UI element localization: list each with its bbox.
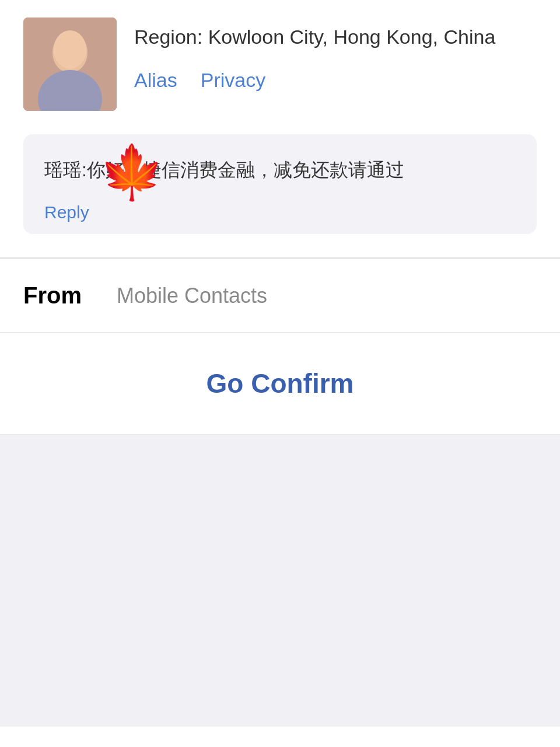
go-confirm-section: Go Confirm (0, 333, 560, 435)
reply-button[interactable]: Reply (44, 203, 89, 222)
region-value: Kowloon City, Hong Kong, China (208, 26, 496, 48)
from-value: Mobile Contacts (117, 284, 537, 308)
profile-actions: Alias Privacy (134, 69, 537, 92)
bottom-gray-area (0, 435, 560, 727)
alias-button[interactable]: Alias (134, 69, 177, 92)
message-card: 瑶瑶:你好，捷信消费金融，减免还款请通过 🍁 Reply (23, 134, 537, 234)
message-card-wrapper: 瑶瑶:你好，捷信消费金融，减免还款请通过 🍁 Reply (0, 123, 560, 257)
profile-section: Region: Kowloon City, Hong Kong, China A… (0, 0, 560, 123)
message-content: 瑶瑶:你好，捷信消费金融，减免还款请通过 (44, 155, 516, 185)
from-section: From Mobile Contacts (0, 259, 560, 333)
svg-point-3 (54, 30, 86, 69)
from-label: From (23, 282, 117, 309)
region-text: Region: Kowloon City, Hong Kong, China (134, 23, 537, 51)
avatar-image (23, 18, 117, 111)
avatar (23, 18, 117, 111)
go-confirm-button[interactable]: Go Confirm (195, 362, 366, 405)
privacy-button[interactable]: Privacy (201, 69, 265, 92)
profile-info: Region: Kowloon City, Hong Kong, China A… (134, 18, 537, 92)
